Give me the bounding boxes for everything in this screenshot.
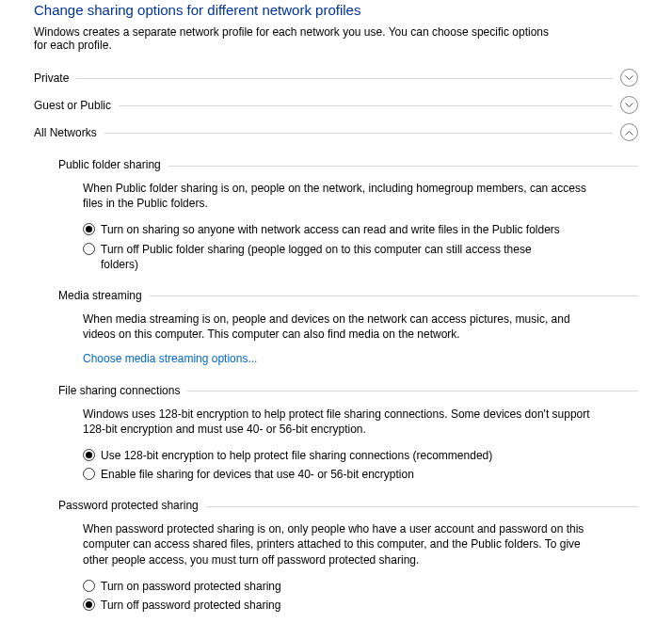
profile-all-header[interactable]: All Networks — [34, 123, 638, 141]
public-folder-on-option[interactable]: Turn on sharing so anyone with network a… — [83, 222, 591, 237]
password-description: When password protected sharing is on, o… — [83, 521, 591, 567]
profile-all-label: All Networks — [34, 126, 104, 139]
divider — [76, 78, 613, 79]
media-description: When media streaming is on, people and d… — [83, 312, 591, 342]
public-folder-off-option[interactable]: Turn off Public folder sharing (people l… — [83, 242, 591, 272]
chevron-down-icon[interactable] — [620, 69, 638, 87]
page-title: Change sharing options for different net… — [34, 0, 638, 18]
public-folder-on-label: Turn on sharing so anyone with network a… — [101, 222, 560, 237]
password-off-label: Turn off password protected sharing — [101, 598, 280, 613]
radio-icon — [83, 449, 95, 461]
radio-icon — [83, 243, 95, 255]
divider — [206, 506, 638, 507]
section-media-header: Media streaming — [58, 289, 638, 302]
encryption-40-option[interactable]: Enable file sharing for devices that use… — [83, 467, 591, 482]
section-encryption-header: File sharing connections — [58, 384, 638, 397]
public-folder-description: When Public folder sharing is on, people… — [83, 181, 591, 211]
section-password-header: Password protected sharing — [58, 499, 638, 512]
password-on-option[interactable]: Turn on password protected sharing — [83, 579, 591, 594]
divider — [150, 296, 638, 296]
section-media-label: Media streaming — [58, 289, 150, 302]
radio-icon — [83, 223, 95, 235]
divider — [187, 391, 638, 391]
media-options-link[interactable]: Choose media streaming options... — [83, 351, 257, 366]
profile-private-label: Private — [34, 72, 76, 85]
page-description: Windows creates a separate network profi… — [34, 25, 561, 52]
divider — [168, 166, 638, 167]
radio-icon — [83, 599, 95, 611]
radio-icon — [83, 580, 95, 592]
divider — [104, 133, 613, 134]
encryption-128-option[interactable]: Use 128-bit encryption to help protect f… — [83, 448, 591, 463]
encryption-40-label: Enable file sharing for devices that use… — [101, 467, 414, 482]
profile-guest-header[interactable]: Guest or Public — [34, 96, 638, 114]
divider — [119, 105, 613, 106]
chevron-down-icon[interactable] — [620, 96, 638, 114]
section-password-label: Password protected sharing — [58, 499, 206, 512]
section-public-folder-label: Public folder sharing — [58, 158, 168, 171]
password-on-label: Turn on password protected sharing — [101, 579, 281, 594]
section-public-folder-header: Public folder sharing — [58, 158, 638, 171]
radio-icon — [83, 468, 95, 480]
public-folder-off-label: Turn off Public folder sharing (people l… — [101, 242, 562, 272]
encryption-description: Windows uses 128-bit encryption to help … — [83, 407, 591, 437]
profile-private-header[interactable]: Private — [34, 69, 638, 87]
password-off-option[interactable]: Turn off password protected sharing — [83, 598, 591, 613]
encryption-128-label: Use 128-bit encryption to help protect f… — [101, 448, 492, 463]
profile-guest-label: Guest or Public — [34, 99, 119, 112]
section-encryption-label: File sharing connections — [58, 384, 187, 397]
chevron-up-icon[interactable] — [620, 123, 638, 141]
